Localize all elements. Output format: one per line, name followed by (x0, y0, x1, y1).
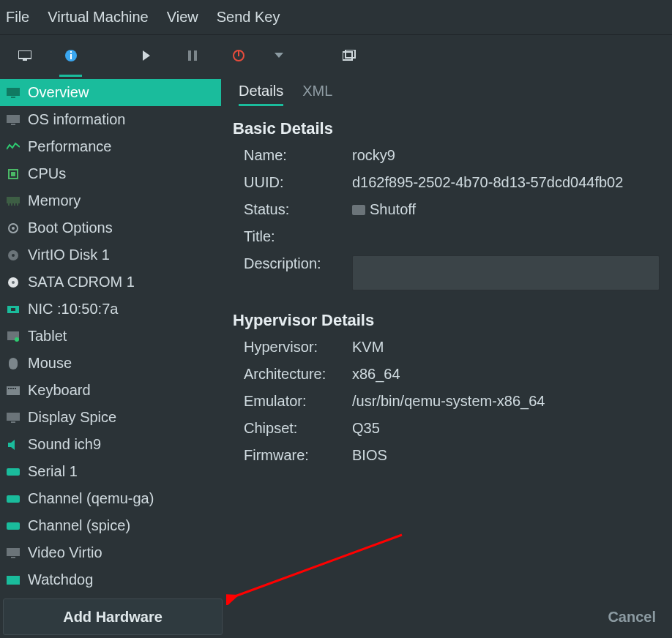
chart-icon (6, 140, 20, 154)
disk-icon (6, 248, 20, 263)
sidebar-item-boot-options[interactable]: Boot Options (0, 214, 221, 241)
sidebar-item-label: Channel (qemu-ga) (28, 490, 154, 507)
sidebar-item-label: CPUs (28, 165, 66, 182)
sidebar-item-tablet[interactable]: Tablet (0, 323, 221, 350)
memory-icon (6, 194, 20, 209)
sidebar-item-label: Watchdog (28, 571, 93, 588)
emulator-value: /usr/bin/qemu-system-x86_64 (352, 393, 665, 410)
hypervisor-details-heading: Hypervisor Details (233, 311, 665, 330)
architecture-label: Architecture: (244, 366, 346, 383)
sidebar-item-label: Performance (28, 138, 112, 155)
svg-rect-45 (7, 522, 20, 530)
run-button[interactable] (133, 42, 159, 68)
firmware-value[interactable]: BIOS (352, 447, 665, 464)
svg-rect-41 (11, 421, 15, 423)
svg-rect-34 (9, 358, 18, 369)
chevron-down-icon (275, 53, 283, 59)
svg-rect-23 (17, 203, 18, 206)
svg-rect-18 (11, 172, 15, 176)
console-button[interactable] (12, 42, 37, 68)
speaker-icon (6, 438, 20, 452)
title-label: Title: (244, 228, 346, 245)
menu-virtual-machine[interactable]: Virtual Machine (48, 9, 148, 26)
add-hardware-button[interactable]: Add Hardware (3, 598, 223, 635)
cpu-icon (6, 167, 20, 181)
sidebar-item-os-information[interactable]: OS information (0, 106, 221, 133)
mouse-icon (6, 356, 20, 371)
sidebar-item-memory[interactable]: Memory (0, 187, 221, 214)
sidebar-item-performance[interactable]: Performance (0, 133, 221, 160)
menu-file[interactable]: File (6, 9, 29, 26)
title-value[interactable] (352, 228, 665, 245)
shutdown-button[interactable] (225, 42, 251, 68)
svg-rect-12 (346, 50, 355, 58)
svg-rect-35 (7, 386, 20, 395)
sidebar-item-label: Boot Options (28, 219, 113, 236)
serial-icon (6, 465, 20, 479)
snapshots-button[interactable] (336, 42, 362, 68)
menu-send-key[interactable]: Send Key (217, 9, 280, 26)
svg-point-25 (12, 227, 15, 230)
svg-rect-6 (188, 50, 191, 61)
tab-details[interactable]: Details (239, 83, 283, 106)
sidebar-item-display-spice[interactable]: Display Spice (0, 404, 221, 431)
menubar: File Virtual Machine View Send Key (0, 0, 672, 34)
tablet-icon (6, 329, 20, 344)
sidebar-item-serial-1[interactable]: Serial 1 (0, 458, 221, 485)
svg-rect-48 (7, 576, 20, 585)
tab-xml[interactable]: XML (302, 83, 332, 106)
svg-rect-14 (11, 97, 15, 98)
monitor-icon (18, 50, 31, 61)
sidebar-item-label: Sound ich9 (28, 436, 101, 453)
svg-rect-46 (7, 548, 20, 556)
sidebar-item-video-virtio[interactable]: Video Virtio (0, 539, 221, 566)
sidebar-item-label: NIC :10:50:7a (28, 301, 118, 318)
gear-icon (6, 221, 20, 236)
svg-point-29 (12, 281, 15, 284)
details-button[interactable] (58, 42, 83, 68)
network-icon (6, 302, 20, 317)
sidebar-item-channel-qemu-ga[interactable]: Channel (qemu-ga) (0, 485, 221, 512)
sidebar-item-cpus[interactable]: CPUs (0, 160, 221, 187)
sidebar-item-channel-spice[interactable]: Channel (spice) (0, 512, 221, 539)
firmware-label: Firmware: (244, 447, 346, 464)
svg-rect-43 (7, 468, 20, 476)
name-label: Name: (244, 147, 346, 164)
display-icon (6, 546, 20, 560)
serial-icon (6, 519, 20, 533)
play-icon (141, 50, 152, 61)
sidebar-item-label: Serial 1 (28, 463, 78, 480)
monitor-icon (6, 113, 20, 127)
serial-icon (6, 492, 20, 506)
uuid-label: UUID: (244, 174, 346, 191)
svg-rect-22 (14, 203, 15, 206)
sidebar-item-sata-cdrom-1[interactable]: SATA CDROM 1 (0, 269, 221, 296)
sidebar-item-label: Overview (28, 84, 89, 101)
svg-rect-47 (11, 557, 15, 558)
pause-button[interactable] (179, 42, 205, 68)
sidebar-item-label: OS information (28, 111, 125, 128)
name-value[interactable]: rocky9 (352, 147, 665, 164)
sidebar-item-virtio-disk-1[interactable]: VirtIO Disk 1 (0, 241, 221, 269)
svg-marker-5 (143, 50, 150, 61)
sidebar-item-label: Video Virtio (28, 544, 102, 561)
svg-rect-15 (7, 115, 20, 123)
sidebar-item-sound[interactable]: Sound ich9 (0, 431, 221, 458)
chipset-label: Chipset: (244, 420, 346, 437)
sidebar-item-mouse[interactable]: Mouse (0, 350, 221, 377)
sidebar-item-watchdog[interactable]: Watchdog (0, 566, 221, 593)
sidebar-item-keyboard[interactable]: Keyboard (0, 377, 221, 404)
svg-rect-39 (15, 388, 16, 389)
chipset-value[interactable]: Q35 (352, 420, 665, 437)
sidebar-item-nic[interactable]: NIC :10:50:7a (0, 296, 221, 323)
description-input[interactable] (352, 255, 665, 290)
pause-icon (187, 50, 198, 61)
svg-rect-20 (8, 203, 10, 206)
sidebar-item-overview[interactable]: Overview (0, 79, 221, 106)
tabs: Details XML (233, 83, 665, 106)
svg-rect-40 (7, 413, 20, 421)
menu-view[interactable]: View (167, 9, 198, 26)
shutdown-menu-button[interactable] (272, 42, 286, 68)
cancel-button[interactable]: Cancel (608, 609, 656, 626)
sidebar-item-label: Keyboard (28, 382, 91, 399)
